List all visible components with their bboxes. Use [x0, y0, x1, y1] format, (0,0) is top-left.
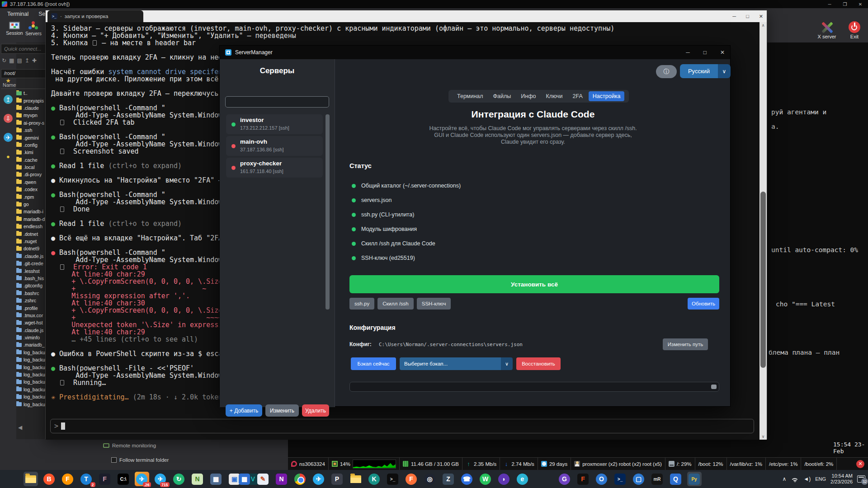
- whatsapp-icon[interactable]: W: [478, 472, 493, 486]
- start-button[interactable]: [5, 472, 19, 486]
- palette-icon[interactable]: P: [330, 472, 344, 486]
- tab-ключи[interactable]: Ключи: [542, 91, 566, 101]
- paint-icon[interactable]: ✎: [256, 472, 270, 486]
- mremoteng-icon[interactable]: mR: [650, 472, 665, 486]
- scroll-down-icon[interactable]: ∨: [760, 434, 767, 439]
- terminal2-icon[interactable]: >_: [386, 472, 400, 486]
- figma-icon[interactable]: F: [576, 472, 590, 486]
- change-path-button[interactable]: Изменить путь: [663, 338, 708, 350]
- minimize-icon[interactable]: ─: [732, 14, 736, 19]
- tray-chevron-icon[interactable]: ∧: [783, 476, 787, 482]
- chip-скилл--ssh[interactable]: Скилл /ssh: [377, 298, 413, 310]
- tab-инфо[interactable]: Инфо: [517, 91, 540, 101]
- servers-button[interactable]: Servers: [24, 21, 43, 36]
- toolbar-mini-icon[interactable]: ▦: [9, 57, 14, 64]
- x-server-button[interactable]: X server: [814, 21, 840, 39]
- terminal-window-controls[interactable]: ─ □ ✕: [732, 10, 763, 22]
- chip-ssh.py[interactable]: ssh.py: [349, 298, 374, 310]
- restore-icon[interactable]: ❐: [837, 2, 853, 7]
- telegram2-icon[interactable]: ✈: [311, 472, 326, 486]
- toolbar-mini-icon[interactable]: ✚: [32, 57, 37, 64]
- taskbar-clock[interactable]: 10:54 AM 2/23/2026: [830, 473, 853, 485]
- server-list-item[interactable]: investor173.212.212.157 [ssh]: [226, 114, 323, 134]
- mobaxterm-window-controls[interactable]: ─ ❐ ✕: [822, 2, 868, 7]
- scrollbar-thumb[interactable]: [711, 385, 717, 389]
- file-panel-toolbar[interactable]: ↻▦▤↥✚: [2, 57, 37, 64]
- menu-terminal[interactable]: Terminal: [7, 11, 28, 17]
- github-icon[interactable]: G: [557, 472, 572, 486]
- back-arrow-icon[interactable]: ◀: [18, 424, 22, 431]
- notepad-icon[interactable]: N: [190, 472, 205, 486]
- chip-ssh-ключ[interactable]: SSH-ключ: [417, 298, 451, 310]
- tab-файлы[interactable]: Файлы: [489, 91, 515, 101]
- telegram-icon[interactable]: ✈: [4, 133, 13, 142]
- toolbar-mini-icon[interactable]: ▤: [17, 57, 22, 64]
- folder2-icon[interactable]: [349, 472, 363, 486]
- cpuz-icon[interactable]: Z: [441, 472, 456, 486]
- close-monitoring-button[interactable]: ✕: [856, 460, 864, 468]
- info-button[interactable]: ⓘ: [656, 65, 677, 78]
- powershell-icon[interactable]: >_: [613, 472, 627, 486]
- input-language[interactable]: ENG: [815, 476, 826, 482]
- volume-icon[interactable]: ◄): [803, 476, 811, 482]
- sidebar-button-добавить[interactable]: + Добавить: [226, 404, 262, 417]
- gitkraken-icon[interactable]: K: [367, 472, 382, 486]
- chrome-icon[interactable]: [293, 472, 307, 486]
- sync-icon[interactable]: ↻: [172, 472, 186, 486]
- language-dropdown[interactable]: Русский ∨: [680, 64, 731, 78]
- tab-2fa[interactable]: 2FA: [569, 91, 587, 101]
- backup-now-button[interactable]: Бэкап сейчас: [351, 357, 396, 370]
- refresh-button[interactable]: Обновить: [688, 298, 719, 310]
- calculator-icon[interactable]: ▦: [209, 472, 223, 486]
- terminal-input-box[interactable]: >: [50, 419, 754, 433]
- file-explorer-icon[interactable]: [24, 472, 38, 486]
- remote-monitoring-button[interactable]: Remote monitoring: [103, 443, 156, 448]
- close-icon[interactable]: ✕: [759, 14, 763, 19]
- photos-icon[interactable]: ▩: [237, 472, 252, 486]
- hola-icon[interactable]: O: [594, 472, 609, 486]
- edge-icon[interactable]: e: [515, 472, 530, 486]
- sidebar-scrollbar[interactable]: [326, 114, 330, 310]
- telegram-active-icon[interactable]: ✈.26: [135, 472, 149, 486]
- sidebar-button-удалить[interactable]: Удалить: [302, 404, 329, 417]
- install-all-button[interactable]: Установить всё: [349, 275, 719, 293]
- game-icon[interactable]: F: [98, 472, 112, 486]
- toolbar-mini-icon[interactable]: ↥: [25, 57, 29, 64]
- maximize-icon[interactable]: □: [703, 49, 707, 56]
- sidebar-button-изменить[interactable]: Изменить: [265, 404, 299, 417]
- follow-terminal-folder-checkbox[interactable]: Follow terminal folder: [111, 457, 169, 463]
- quick-share-icon[interactable]: Q: [669, 472, 683, 486]
- checkbox-icon[interactable]: [111, 457, 117, 463]
- terminal-titlebar[interactable]: >_ · запуск и проверка ─ □ ✕: [46, 10, 767, 22]
- scrollbar-thumb[interactable]: [760, 192, 766, 368]
- servermanager-window-controls[interactable]: ─ □ ✕: [686, 49, 725, 56]
- scroll-up-icon[interactable]: ∧: [760, 23, 767, 28]
- server-search-input[interactable]: [225, 96, 329, 108]
- server-list-item[interactable]: main-ovh37.187.136.86 [ssh]: [226, 136, 323, 156]
- thunderbird-icon[interactable]: T2: [79, 472, 94, 486]
- tab-терминал[interactable]: Терминал: [453, 91, 487, 101]
- python-icon[interactable]: Py: [687, 472, 702, 486]
- servermanager-titlebar[interactable]: ServerManager ─ □ ✕: [220, 46, 730, 59]
- close-icon[interactable]: ✕: [853, 2, 868, 7]
- server-list-item[interactable]: proxy-checker161.97.118.40 [ssh]: [226, 158, 323, 178]
- upload-icon[interactable]: ↥: [4, 95, 13, 104]
- backup-select[interactable]: Выберите бэкап... ∨: [400, 357, 513, 370]
- phone-link-icon[interactable]: ☎: [460, 472, 474, 486]
- firefox2-icon[interactable]: F: [404, 472, 419, 486]
- cmd-icon[interactable]: C:\: [116, 472, 131, 486]
- close-icon[interactable]: ✕: [720, 49, 725, 56]
- notification-icon[interactable]: 32: [857, 475, 865, 483]
- exit-button[interactable]: Exit: [844, 21, 864, 39]
- terminal-tab[interactable]: >_ · запуск и проверка: [47, 10, 143, 22]
- download-icon[interactable]: ⇩: [4, 114, 13, 123]
- browser-moon-icon[interactable]: ◗: [497, 472, 511, 486]
- obs-icon[interactable]: ◎: [423, 472, 437, 486]
- ball-icon[interactable]: ●: [4, 152, 13, 161]
- restore-button[interactable]: Восстановить: [516, 357, 561, 370]
- terminal-scrollbar[interactable]: ∧ ∨: [760, 22, 767, 440]
- session-button[interactable]: Session: [5, 21, 24, 36]
- remote-desktop-icon[interactable]: ▢: [632, 472, 646, 486]
- brave-icon[interactable]: B: [42, 472, 57, 486]
- wifi-icon[interactable]: [791, 476, 799, 482]
